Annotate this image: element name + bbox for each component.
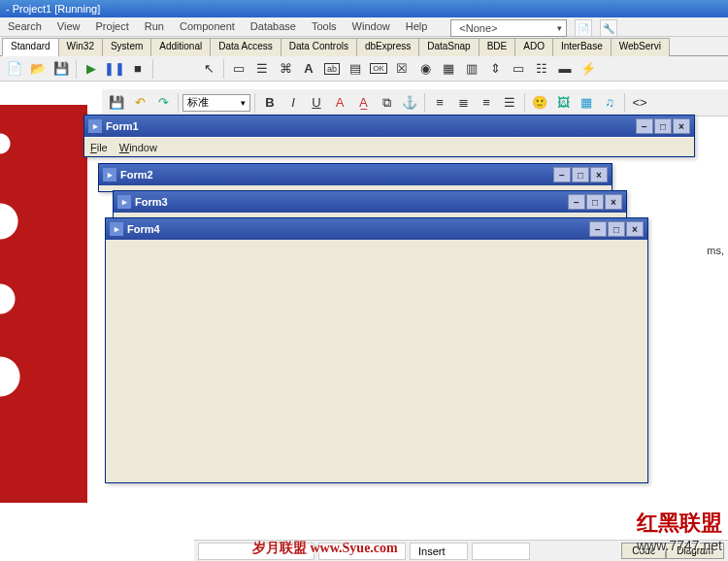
pause-icon[interactable]: ❚❚ (104, 58, 125, 80)
combobox-icon[interactable]: ▥ (461, 58, 482, 80)
bold-button[interactable]: B (259, 92, 281, 114)
pointer-icon[interactable]: ↖ (198, 58, 219, 80)
separator (624, 93, 625, 113)
mainmenu-icon[interactable]: ☰ (251, 58, 273, 80)
minimize-button[interactable]: − (568, 194, 585, 210)
checkbox-icon[interactable]: ☒ (391, 58, 413, 80)
align-left-icon[interactable]: ≡ (429, 92, 450, 114)
menu-component[interactable]: Component (176, 19, 239, 34)
form-menu-window[interactable]: Window (119, 142, 157, 153)
align-right-icon[interactable]: ≡ (476, 92, 497, 114)
style-value: 标准 (187, 95, 209, 110)
link-icon[interactable]: ⧉ (376, 92, 397, 114)
actionlist-icon[interactable]: ⚡ (578, 58, 599, 80)
tab-data-access[interactable]: Data Access (210, 38, 281, 56)
menu-window[interactable]: Window (348, 19, 394, 34)
panel-icon[interactable]: ▬ (554, 58, 576, 80)
form-menu-file[interactable]: File (90, 142, 108, 153)
highlight-button[interactable]: A̲ (352, 92, 374, 114)
tab-system[interactable]: System (102, 38, 151, 56)
minimize-button[interactable]: − (589, 221, 607, 237)
save-file-icon[interactable]: 💾 (106, 92, 127, 114)
scrollbar-icon[interactable]: ⇕ (484, 58, 506, 80)
tab-data-controls[interactable]: Data Controls (281, 38, 357, 56)
menu-run[interactable]: Run (141, 19, 168, 34)
redo-icon[interactable]: ↷ (152, 92, 174, 114)
form-window-3[interactable]: ▸Form3−□× (113, 190, 627, 219)
label-icon[interactable]: A (298, 58, 319, 80)
radiogroup-icon[interactable]: ☷ (531, 58, 552, 80)
tab-interbase[interactable]: InterBase (552, 38, 612, 56)
frame-icon[interactable]: ▭ (228, 58, 249, 80)
form-window-1[interactable]: ▸Form1−□×FileWindow (83, 115, 695, 157)
maximize-button[interactable]: □ (608, 221, 625, 237)
emoji-icon[interactable]: 🙂 (529, 92, 550, 114)
form-window-4[interactable]: ▸Form4−□× (105, 217, 648, 483)
toolbar-icon-2[interactable]: 🔧 (600, 19, 617, 37)
table-icon[interactable]: ▦ (576, 92, 597, 114)
close-button[interactable]: × (590, 167, 608, 182)
edit-icon[interactable]: ab (321, 58, 343, 80)
tab-win32[interactable]: Win32 (58, 38, 103, 56)
listbox-icon[interactable]: ▦ (438, 58, 459, 80)
undo-icon[interactable]: ↶ (129, 92, 150, 114)
separator (76, 59, 77, 79)
config-dropdown-value: <None> (455, 21, 501, 35)
menu-search[interactable]: Search (4, 19, 46, 34)
code-icon[interactable]: <> (629, 92, 650, 114)
watermark-syue: 岁月联盟 www.Syue.com (252, 540, 398, 557)
button-icon[interactable]: OK (368, 58, 389, 80)
tab-standard[interactable]: Standard (2, 38, 59, 56)
anchor-icon[interactable]: ⚓ (399, 92, 420, 114)
tab-bde[interactable]: BDE (479, 38, 516, 56)
save-icon[interactable]: 💾 (50, 58, 72, 80)
maximize-button[interactable]: □ (586, 194, 604, 210)
italic-button[interactable]: I (282, 92, 304, 114)
tab-datasnap[interactable]: DataSnap (418, 38, 479, 56)
main-toolbar: 📄 📂 💾 ▶ ❚❚ ■ ↖ ▭ ☰ ⌘ A ab ▤ OK ☒ ◉ ▦ ▥ ⇕… (0, 56, 728, 82)
tab-webservices[interactable]: WebServi (611, 38, 670, 56)
stop-icon[interactable]: ■ (127, 58, 149, 80)
popupmenu-icon[interactable]: ⌘ (275, 58, 296, 80)
maximize-button[interactable]: □ (654, 118, 672, 134)
app-title: - Project1 [Running] (6, 3, 100, 15)
form-titlebar[interactable]: ▸Form1−□× (84, 116, 694, 137)
tab-ado[interactable]: ADO (514, 38, 553, 56)
justify-icon[interactable]: ☰ (499, 92, 520, 114)
toolbar-icon-1[interactable]: 📄 (575, 19, 592, 37)
menu-project[interactable]: Project (92, 19, 133, 34)
form-titlebar[interactable]: ▸Form4−□× (106, 218, 647, 240)
tab-additional[interactable]: Additional (150, 38, 211, 56)
menu-view[interactable]: View (53, 19, 84, 34)
close-button[interactable]: × (605, 194, 622, 210)
watermark-cn: 红黑联盟 (637, 509, 722, 538)
music-icon[interactable]: ♫ (599, 92, 620, 114)
font-color-button[interactable]: A (329, 92, 350, 114)
menu-help[interactable]: Help (402, 19, 432, 34)
groupbox-icon[interactable]: ▭ (508, 58, 529, 80)
new-icon[interactable]: 📄 (4, 58, 25, 80)
radiobutton-icon[interactable]: ◉ (414, 58, 436, 80)
config-dropdown[interactable]: <None> (450, 19, 567, 37)
open-icon[interactable]: 📂 (27, 58, 49, 80)
form-window-2[interactable]: ▸Form2−□× (98, 163, 612, 192)
run-icon[interactable]: ▶ (81, 58, 102, 80)
close-button[interactable]: × (673, 118, 690, 134)
minimize-button[interactable]: − (553, 167, 571, 182)
menu-database[interactable]: Database (247, 19, 300, 34)
tab-dbexpress[interactable]: dbExpress (356, 38, 419, 56)
maximize-button[interactable]: □ (572, 167, 589, 182)
style-dropdown[interactable]: 标准 (182, 94, 250, 112)
align-center-icon[interactable]: ≣ (452, 92, 474, 114)
minimize-button[interactable]: − (636, 118, 653, 134)
underline-button[interactable]: U (306, 92, 327, 114)
close-button[interactable]: × (626, 221, 644, 237)
menu-tools[interactable]: Tools (308, 19, 341, 34)
side-text-fragment: ms, (707, 245, 724, 256)
form-title: Form1 (106, 120, 139, 132)
form-titlebar[interactable]: ▸Form2−□× (99, 164, 612, 185)
memo-icon[interactable]: ▤ (345, 58, 366, 80)
palette-tabs: Standard Win32 System Additional Data Ac… (0, 37, 728, 56)
form-titlebar[interactable]: ▸Form3−□× (114, 191, 626, 213)
image-icon[interactable]: 🖼 (552, 92, 574, 114)
